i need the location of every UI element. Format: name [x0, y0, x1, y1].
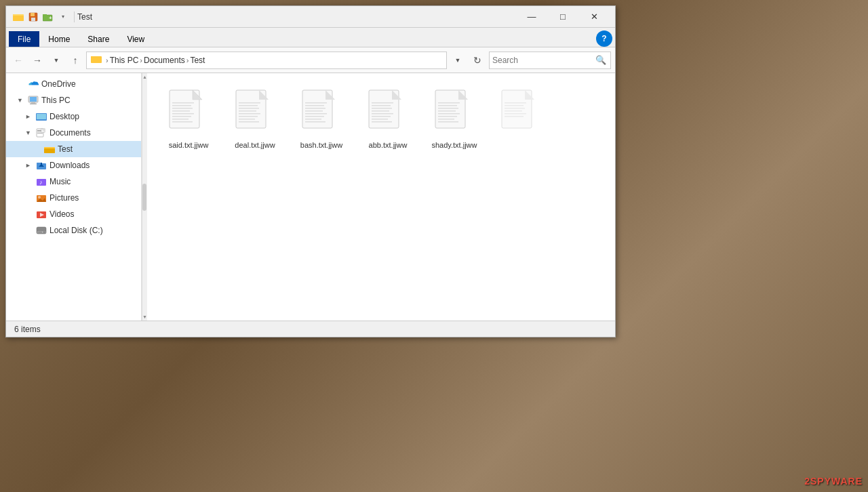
svg-rect-76 — [372, 102, 393, 104]
sidebar-container: OneDrive ▼ This PC — [6, 73, 147, 321]
svg-rect-82 — [372, 119, 388, 120]
status-bar: 6 items — [6, 321, 615, 337]
path-part-1[interactable]: This PC — [110, 56, 139, 65]
path-part-2[interactable]: Documents — [144, 56, 185, 65]
file-item[interactable]: deal.txt.jjww — [224, 84, 285, 155]
svg-rect-17 — [37, 114, 46, 119]
sidebar-item-downloads[interactable]: ► Downloads — [6, 157, 141, 173]
sidebar-item-pictures[interactable]: Pictures — [6, 190, 141, 206]
svg-rect-11 — [91, 56, 102, 63]
address-path[interactable]: › This PC › Documents › Test — [86, 52, 447, 69]
sidebar-label-test: Test — [58, 144, 73, 154]
path-breadcrumb: › This PC › Documents › Test — [91, 54, 205, 66]
search-icon[interactable]: 🔍 — [595, 53, 608, 68]
sidebar-scrollbar[interactable]: ▲ ▼ — [142, 73, 147, 321]
svg-rect-99 — [505, 110, 522, 112]
forward-button[interactable]: → — [29, 52, 45, 68]
sidebar-item-music[interactable]: ♪ Music — [6, 173, 141, 190]
file-name-3: bash.txt.jjww — [300, 140, 342, 150]
qat-dropdown-icon[interactable]: ▾ — [56, 10, 70, 24]
svg-rect-79 — [372, 110, 389, 112]
svg-rect-51 — [172, 116, 191, 117]
path-arrow-2: › — [140, 56, 142, 64]
file-name-1: said.txt.jjww — [169, 140, 209, 150]
svg-rect-14 — [31, 102, 35, 104]
svg-rect-13 — [30, 97, 37, 102]
path-arrow-1: › — [106, 56, 108, 64]
svg-rect-47 — [172, 105, 191, 106]
svg-rect-96 — [505, 102, 526, 104]
watermark: 2SPYWARE — [804, 476, 863, 487]
svg-rect-56 — [239, 102, 260, 104]
main-content: OneDrive ▼ This PC — [6, 73, 615, 321]
maximize-button[interactable]: □ — [547, 6, 578, 28]
file-item[interactable] — [490, 84, 551, 155]
svg-rect-90 — [438, 113, 460, 115]
sidebar-label-onedrive: OneDrive — [41, 79, 76, 89]
svg-rect-71 — [305, 116, 324, 117]
onedrive-icon — [28, 79, 39, 89]
qat-new-folder-icon[interactable]: + — [41, 10, 55, 24]
sidebar-label-local-disk: Local Disk (C:) — [50, 226, 103, 235]
watermark-prefix: 2SPYWAR — [804, 476, 855, 487]
svg-rect-66 — [305, 102, 327, 104]
dropdown-recent-button[interactable]: ▼ — [48, 52, 64, 68]
svg-rect-87 — [438, 105, 457, 106]
qat-save-icon[interactable] — [26, 10, 40, 24]
quick-access-toolbar: + ▾ — [12, 10, 77, 24]
sidebar-item-videos[interactable]: Videos — [6, 206, 141, 222]
tab-share[interactable]: Share — [79, 31, 118, 47]
path-part-3[interactable]: Test — [190, 56, 205, 65]
window-title: Test — [77, 12, 516, 22]
scroll-up[interactable]: ▲ — [142, 75, 147, 79]
sidebar-label-downloads: Downloads — [50, 161, 90, 170]
scroll-thumb[interactable] — [142, 184, 146, 211]
up-button[interactable]: ↑ — [67, 52, 83, 68]
separator — [74, 12, 75, 22]
svg-rect-63 — [239, 121, 259, 123]
sidebar-item-test[interactable]: Test — [6, 141, 141, 157]
svg-rect-80 — [372, 113, 393, 115]
svg-rect-50 — [172, 113, 194, 115]
svg-rect-73 — [305, 121, 326, 123]
sidebar-item-this-pc[interactable]: ▼ This PC — [6, 92, 141, 108]
sidebar-item-onedrive[interactable]: OneDrive — [6, 76, 141, 92]
tab-file[interactable]: File — [9, 31, 39, 47]
videos-icon — [36, 209, 47, 220]
svg-rect-68 — [305, 108, 326, 109]
svg-rect-88 — [438, 108, 458, 109]
svg-rect-29 — [37, 163, 41, 164]
close-button[interactable]: ✕ — [578, 6, 610, 28]
tab-home[interactable]: Home — [39, 31, 79, 47]
sidebar-item-documents[interactable]: ▼ Documents — [6, 125, 141, 141]
svg-rect-5 — [31, 18, 35, 21]
search-input[interactable] — [492, 56, 592, 65]
title-bar: + ▾ Test — □ ✕ — [6, 6, 615, 28]
refresh-button[interactable]: ↻ — [469, 52, 486, 69]
file-item[interactable]: said.txt.jjww — [158, 84, 219, 155]
sidebar-item-local-disk[interactable]: Local Disk (C:) — [6, 222, 141, 239]
file-item[interactable]: bash.txt.jjww — [291, 84, 352, 155]
svg-rect-58 — [239, 108, 259, 109]
sidebar-item-desktop[interactable]: ► Desktop — [6, 108, 141, 125]
help-button[interactable]: ? — [596, 30, 612, 47]
svg-rect-101 — [505, 116, 524, 117]
svg-point-41 — [43, 232, 45, 233]
svg-rect-15 — [30, 104, 37, 105]
svg-rect-93 — [438, 121, 458, 123]
tab-view[interactable]: View — [118, 31, 153, 47]
back-button[interactable]: ← — [10, 52, 26, 68]
svg-rect-91 — [438, 116, 457, 117]
file-item[interactable]: abb.txt.jjww — [357, 84, 418, 155]
scroll-down[interactable]: ▼ — [142, 314, 147, 319]
minimize-button[interactable]: — — [516, 6, 547, 28]
sidebar: OneDrive ▼ This PC — [6, 73, 142, 321]
path-arrow-3: › — [186, 56, 189, 64]
desktop-icon — [36, 111, 47, 122]
file-item[interactable]: shady.txt.jjww — [424, 84, 485, 155]
explorer-window: + ▾ Test — □ ✕ File Home Share View ? ← … — [5, 5, 616, 337]
file-icon-4 — [366, 89, 410, 138]
address-bar: ← → ▼ ↑ › This PC › Documents › Test ▼ ↻ — [6, 47, 615, 73]
search-box: 🔍 — [489, 52, 611, 69]
path-dropdown-button[interactable]: ▼ — [450, 52, 466, 68]
